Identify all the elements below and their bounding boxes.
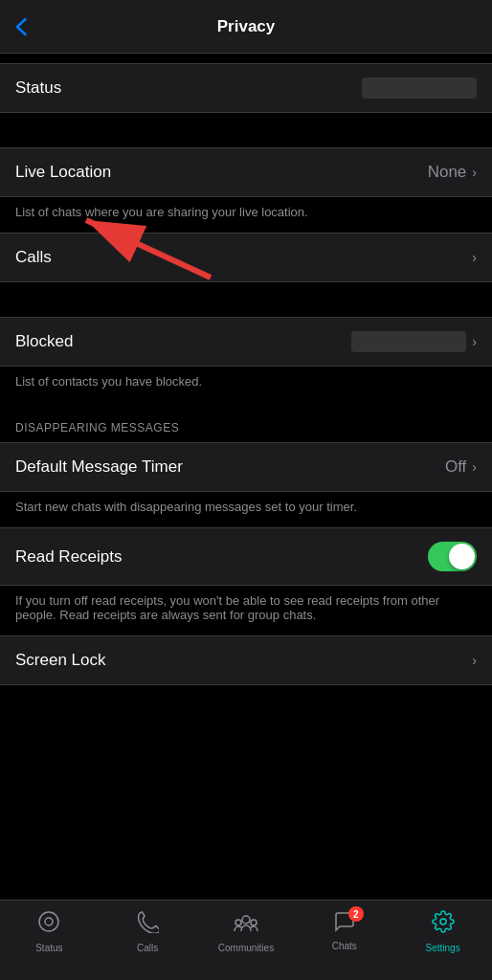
page-title: Privacy	[217, 17, 276, 36]
settings-tab-icon	[432, 910, 455, 939]
svg-point-3	[45, 918, 53, 925]
screen-lock-value: ›	[472, 653, 477, 668]
live-location-chevron: ›	[472, 165, 477, 180]
live-location-desc: List of chats where you are sharing your…	[0, 197, 492, 233]
tab-bar: Status Calls Communities 2	[0, 900, 492, 980]
calls-tab-label: Calls	[137, 943, 158, 953]
communities-tab-icon	[234, 910, 258, 939]
svg-point-6	[251, 920, 257, 925]
blocked-chevron: ›	[472, 334, 477, 349]
message-timer-chevron: ›	[472, 459, 477, 475]
header: Privacy	[0, 0, 492, 54]
blocked-label: Blocked	[15, 332, 73, 351]
screen-lock-label: Screen Lock	[15, 651, 106, 670]
tab-status[interactable]: Status	[15, 910, 82, 953]
chats-badge: 2	[348, 906, 364, 922]
message-timer-label: Default Message Timer	[15, 457, 183, 477]
blocked-row[interactable]: Blocked ›	[0, 318, 492, 366]
svg-point-2	[39, 912, 58, 931]
message-timer-row[interactable]: Default Message Timer Off ›	[0, 443, 492, 491]
back-button[interactable]	[15, 17, 27, 36]
read-receipts-desc: If you turn off read receipts, you won't…	[0, 586, 492, 635]
live-location-value: None ›	[428, 163, 477, 182]
message-timer-group: Default Message Timer Off ›	[0, 442, 492, 492]
calls-row[interactable]: Calls ›	[0, 234, 492, 281]
svg-point-7	[440, 919, 446, 924]
tab-settings[interactable]: Settings	[410, 910, 477, 953]
read-receipts-value	[428, 542, 477, 571]
status-group: Status	[0, 63, 492, 113]
blocked-redacted	[351, 331, 466, 352]
blocked-value: ›	[351, 331, 477, 352]
read-receipts-row[interactable]: Read Receipts	[0, 528, 492, 585]
message-timer-desc: Start new chats with disappearing messag…	[0, 492, 492, 527]
tab-communities[interactable]: Communities	[212, 910, 280, 953]
read-receipts-group: Read Receipts	[0, 527, 492, 586]
calls-value: ›	[472, 250, 477, 265]
status-value	[362, 78, 477, 99]
tab-calls[interactable]: Calls	[114, 910, 181, 953]
status-row[interactable]: Status	[0, 64, 492, 112]
message-timer-value: Off ›	[445, 457, 477, 477]
read-receipts-toggle[interactable]	[428, 542, 477, 571]
live-location-row[interactable]: Live Location None ›	[0, 148, 492, 196]
tab-chats[interactable]: 2 Chats	[311, 910, 378, 951]
disappearing-messages-header: DISAPPEARING MESSAGES	[0, 402, 492, 442]
chats-tab-label: Chats	[332, 941, 357, 951]
calls-label: Calls	[15, 248, 52, 267]
read-receipts-label: Read Receipts	[15, 547, 123, 567]
svg-point-5	[235, 920, 241, 925]
settings-tab-label: Settings	[426, 943, 460, 953]
status-redacted	[362, 78, 477, 99]
status-tab-label: Status	[35, 943, 62, 953]
live-location-label: Live Location	[15, 163, 111, 182]
status-tab-icon	[37, 910, 60, 939]
screen-lock-chevron: ›	[472, 653, 477, 668]
live-location-group: Live Location None ›	[0, 147, 492, 197]
calls-tab-icon	[136, 910, 159, 939]
main-content: Status Live Location None › List of chat…	[0, 54, 492, 781]
status-label: Status	[15, 78, 61, 98]
blocked-group: Blocked ›	[0, 317, 492, 367]
screen-lock-group: Screen Lock ›	[0, 635, 492, 685]
calls-group: Calls ›	[0, 233, 492, 282]
screen-lock-row[interactable]: Screen Lock ›	[0, 636, 492, 684]
calls-chevron: ›	[472, 250, 477, 265]
communities-tab-label: Communities	[218, 943, 274, 953]
toggle-knob	[449, 544, 475, 569]
svg-point-4	[242, 916, 250, 924]
chats-tab-badge-container: 2	[333, 910, 356, 937]
blocked-desc: List of contacts you have blocked.	[0, 367, 492, 402]
